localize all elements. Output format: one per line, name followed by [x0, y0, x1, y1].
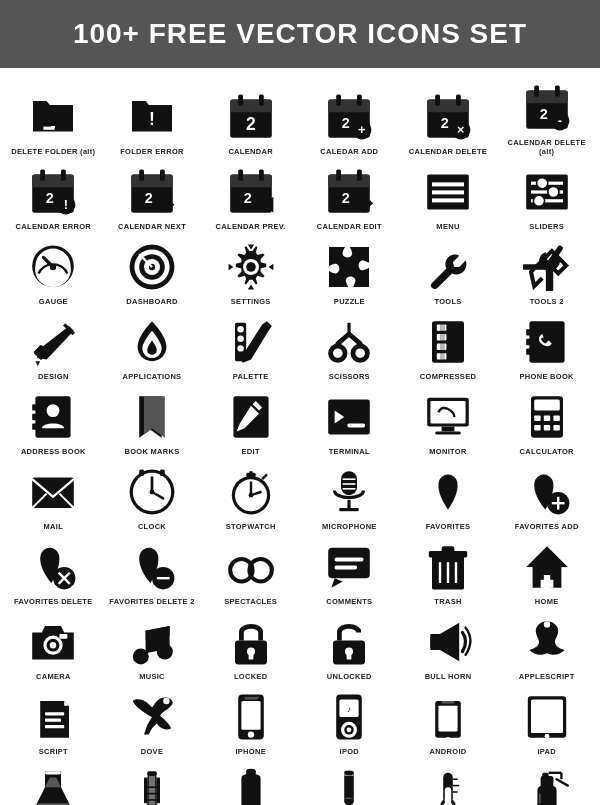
- icon-label: DOVE: [141, 747, 163, 756]
- calendar-edit-icon: 2: [323, 166, 375, 218]
- svg-point-86: [356, 348, 366, 358]
- monitor-icon: [422, 391, 474, 443]
- svg-rect-130: [160, 470, 165, 476]
- icon-label: PUZZLE: [334, 297, 365, 306]
- svg-rect-106: [329, 399, 371, 434]
- svg-rect-191: [244, 697, 257, 699]
- dashboard-icon: [126, 241, 178, 293]
- icon-cylinder: CYLINDER: [201, 760, 300, 805]
- bullhorn-icon: [422, 616, 474, 668]
- home-icon: [521, 541, 573, 593]
- icon-label: CALENDAR EDIT: [317, 222, 382, 231]
- iphone-icon: [225, 691, 277, 743]
- mail-icon: [27, 466, 79, 518]
- icon-calendar-next: 2 CALENDAR NEXT: [103, 160, 202, 235]
- svg-rect-117: [553, 415, 559, 421]
- svg-rect-185: [45, 719, 61, 722]
- svg-rect-184: [45, 712, 64, 715]
- svg-rect-129: [139, 470, 144, 476]
- svg-rect-116: [543, 415, 549, 421]
- folder-error-icon: !: [126, 91, 178, 143]
- icon-label: CALCULATOR: [519, 447, 573, 456]
- svg-rect-97: [526, 329, 532, 335]
- icon-label: GAUGE: [39, 297, 68, 306]
- favorites-delete-icon: [27, 541, 79, 593]
- icon-locked: LOCKED: [201, 610, 300, 685]
- svg-rect-9: [329, 99, 371, 112]
- icon-monitor: MONITOR: [399, 385, 498, 460]
- svg-point-73: [246, 262, 256, 272]
- icon-label: CALENDAR ERROR: [16, 222, 91, 231]
- svg-point-63: [547, 186, 558, 197]
- icon-phone-book: PHONE BOOK: [497, 310, 596, 385]
- svg-rect-90: [432, 321, 464, 363]
- edit-icon: [225, 391, 277, 443]
- icon-ipod: ♪ iPOD: [300, 685, 399, 760]
- icon-gauge: GAUGE: [4, 235, 103, 310]
- svg-point-61: [536, 178, 547, 189]
- svg-rect-206: [45, 771, 61, 774]
- icon-favorites: FAVORITES: [399, 460, 498, 535]
- comments-icon: [323, 541, 375, 593]
- svg-point-138: [248, 493, 253, 498]
- svg-rect-102: [33, 414, 39, 420]
- icon-label: CLOCK: [138, 522, 166, 531]
- icon-clock: CLOCK: [103, 460, 202, 535]
- svg-rect-164: [442, 546, 455, 552]
- icon-delete-folder-alt: - DELETE FOLDER (alt): [4, 76, 103, 160]
- icon-label: PALETTE: [233, 372, 269, 381]
- icon-palette: PALETTE: [201, 310, 300, 385]
- address-book-icon: [27, 391, 79, 443]
- icon-compressed: COMPRESSED: [399, 310, 498, 385]
- spectacles-icon: [225, 541, 277, 593]
- icon-label: LOCKED: [234, 672, 267, 681]
- icon-label: SCRIPT: [39, 747, 68, 756]
- icon-trash: TRASH: [399, 535, 498, 610]
- icon-terminal: TERMINAL: [300, 385, 399, 460]
- svg-text:2: 2: [246, 114, 256, 134]
- icon-folder-error: ! FOLDER ERROR: [103, 76, 202, 160]
- svg-rect-25: [555, 86, 560, 97]
- icon-label: MONITOR: [429, 447, 466, 456]
- icon-label: FAVORITES DELETE 2: [109, 597, 194, 606]
- icon-applescript: APPLESCRIPT: [497, 610, 596, 685]
- svg-rect-56: [432, 182, 464, 186]
- svg-rect-57: [432, 190, 464, 194]
- svg-text:2: 2: [342, 115, 350, 131]
- icon-label: HOME: [535, 597, 559, 606]
- settings-icon: [225, 241, 277, 293]
- icon-calendar-delete: 2 × CALENDAR DELETE: [399, 76, 498, 160]
- calendar-icon: 2: [225, 91, 277, 143]
- svg-rect-98: [526, 339, 532, 345]
- icon-favorites-delete2: FAVORITES DELETE 2: [103, 535, 202, 610]
- icon-label: FOLDER ERROR: [120, 147, 184, 156]
- svg-point-175: [157, 644, 173, 660]
- hypodermic-icon: [126, 766, 178, 805]
- icon-home: HOME: [497, 535, 596, 610]
- icon-menu: MENU: [399, 160, 498, 235]
- icon-android: ANDROID: [399, 685, 498, 760]
- tools2-icon: [521, 241, 573, 293]
- svg-point-84: [333, 348, 343, 358]
- ipad-icon: [521, 691, 573, 743]
- icon-label: FAVORITES ADD: [515, 522, 579, 531]
- sliders-icon: [521, 166, 573, 218]
- svg-rect-10: [337, 95, 342, 106]
- icon-label: iPOD: [340, 747, 360, 756]
- icon-label: CALENDAR DELETE: [409, 147, 487, 156]
- svg-point-187: [163, 698, 169, 704]
- icon-label: APPLESCRIPT: [519, 672, 575, 681]
- music-icon: [126, 616, 178, 668]
- icon-address-book: ADDRESS BOOK: [4, 385, 103, 460]
- gauge-icon: [27, 241, 79, 293]
- design-icon: [27, 316, 79, 368]
- svg-rect-178: [248, 652, 253, 660]
- compressed-icon: [422, 316, 474, 368]
- icon-thermometer: THERMOMETER: [399, 760, 498, 805]
- icon-spectacles: SPECTACLES: [201, 535, 300, 610]
- icon-stopwatch: STOPWATCH: [201, 460, 300, 535]
- icon-label: CAMERA: [36, 672, 71, 681]
- svg-point-197: [347, 727, 352, 732]
- svg-text:-: -: [51, 117, 56, 134]
- icon-bullhorn: BULL HORN: [399, 610, 498, 685]
